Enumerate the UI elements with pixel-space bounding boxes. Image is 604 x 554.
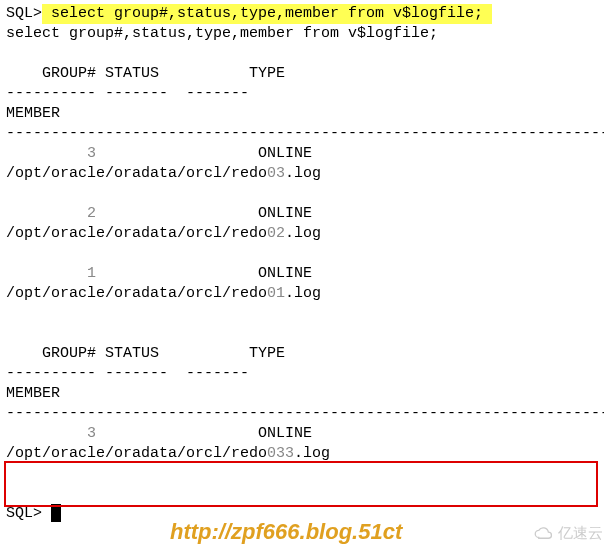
header-dashes-2: ---------- ------- ------- — [6, 364, 598, 384]
blank — [6, 44, 598, 64]
header-row-2: GROUP# STATUS TYPE — [6, 344, 598, 364]
blank — [6, 244, 598, 264]
header-row-1: GROUP# STATUS TYPE — [6, 64, 598, 84]
row-1-data: 3 ONLINE — [6, 144, 598, 164]
sql-prompt-line[interactable]: SQL> select group#,status,type,member fr… — [6, 4, 598, 24]
red-highlight-box — [4, 461, 598, 507]
row-1-member: /opt/oracle/oradata/orcl/redo03.log — [6, 164, 598, 184]
header-member-2: MEMBER — [6, 384, 598, 404]
watermark-logo: 亿速云 — [533, 523, 603, 543]
blank — [6, 184, 598, 204]
dash-full-1: ----------------------------------------… — [6, 124, 598, 144]
highlighted-command: select group#,status,type,member from v$… — [42, 4, 492, 24]
watermark-url: http://zpf666.blog.51ct — [170, 522, 402, 542]
cloud-icon — [533, 526, 555, 540]
row-3-member: /opt/oracle/oradata/orcl/redo01.log — [6, 284, 598, 304]
echoed-command: select group#,status,type,member from v$… — [6, 24, 598, 44]
blank — [6, 304, 598, 324]
blank — [6, 324, 598, 344]
dash-full-2: ----------------------------------------… — [6, 404, 598, 424]
row-2-member: /opt/oracle/oradata/orcl/redo02.log — [6, 224, 598, 244]
sql-prompt: SQL> — [6, 5, 42, 22]
row-4-data: 3 ONLINE — [6, 424, 598, 444]
header-dashes-1: ---------- ------- ------- — [6, 84, 598, 104]
header-member-1: MEMBER — [6, 104, 598, 124]
row-3-data: 1 ONLINE — [6, 264, 598, 284]
row-2-data: 2 ONLINE — [6, 204, 598, 224]
